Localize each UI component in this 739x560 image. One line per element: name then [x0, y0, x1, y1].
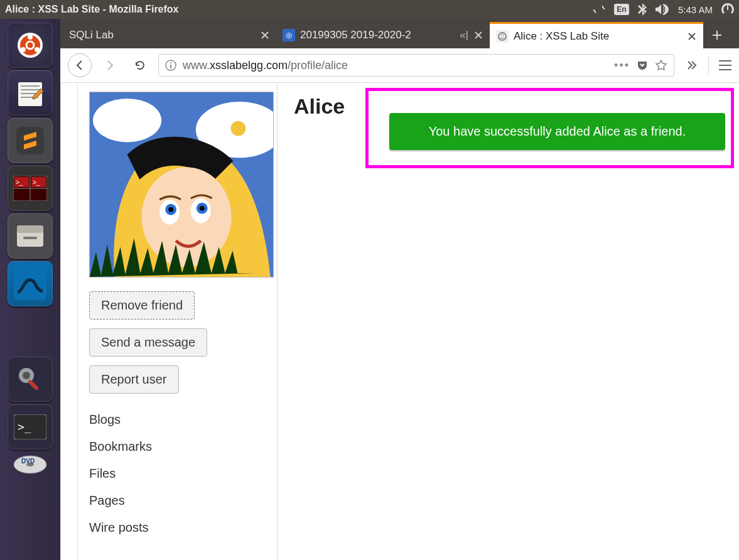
bookmark-star-icon[interactable]: [655, 59, 667, 72]
svg-point-36: [230, 121, 245, 136]
favicon-icon: [496, 30, 509, 43]
launcher-terminal-red[interactable]: >_>_: [8, 166, 53, 211]
status-area: En 5:43 AM: [593, 3, 734, 16]
link-blogs[interactable]: Blogs: [89, 412, 266, 427]
svg-point-31: [170, 62, 171, 63]
svg-rect-7: [16, 127, 44, 154]
profile-nav-links: Blogs Bookmarks Files Pages Wire posts: [89, 412, 266, 535]
profile-main: Alice You have successfully added Alice …: [278, 83, 739, 560]
close-icon[interactable]: [687, 31, 697, 41]
report-user-button[interactable]: Report user: [89, 365, 179, 394]
os-top-bar: Alice : XSS Lab Site - Mozilla Firefox E…: [0, 0, 739, 19]
url-toolbar: www.xsslabelgg.com/profile/alice •••: [60, 48, 739, 83]
reload-button[interactable]: [128, 53, 152, 77]
launcher-disc-media[interactable]: DVD: [8, 452, 53, 477]
network-icon[interactable]: [593, 4, 605, 15]
svg-rect-18: [14, 267, 46, 300]
favicon-icon: ◎: [283, 29, 295, 41]
more-actions-icon[interactable]: •••: [614, 59, 630, 72]
page-viewport: Remove friend Send a message Report user…: [60, 83, 739, 560]
toolbar-overflow-icon[interactable]: [686, 59, 698, 72]
send-message-button[interactable]: Send a message: [89, 328, 207, 357]
bluetooth-icon[interactable]: [638, 3, 647, 16]
new-tab-button[interactable]: [703, 22, 731, 48]
url-input[interactable]: www.xsslabelgg.com/profile/alice •••: [158, 54, 674, 77]
launcher-text-editor[interactable]: [8, 70, 53, 116]
tab-strip: SQLi Lab ◎ 20199305 2019-2020-2 «| Alice…: [60, 19, 739, 48]
svg-point-22: [23, 372, 30, 379]
hamburger-menu-icon[interactable]: [719, 60, 731, 70]
unity-launcher: >_>_ >_ DVD: [0, 19, 60, 560]
back-button[interactable]: [68, 53, 92, 77]
pocket-icon[interactable]: [636, 59, 649, 72]
link-wireposts[interactable]: Wire posts: [89, 520, 266, 535]
svg-text:>_: >_: [18, 420, 31, 433]
svg-text:>_: >_: [33, 179, 40, 186]
launcher-file-manager[interactable]: [8, 213, 53, 259]
keyboard-layout-indicator[interactable]: En: [614, 4, 629, 15]
profile-sidebar: Remove friend Send a message Report user…: [78, 83, 278, 560]
url-text: www.xsslabelgg.com/profile/alice: [183, 59, 348, 72]
success-alert: You have successfully added Alice as a f…: [389, 113, 725, 150]
svg-point-2: [28, 35, 33, 40]
svg-rect-16: [17, 225, 43, 233]
remove-friend-button[interactable]: Remove friend: [89, 291, 195, 320]
svg-rect-23: [28, 379, 39, 390]
svg-rect-17: [23, 237, 37, 239]
svg-text:>_: >_: [16, 179, 23, 186]
svg-point-42: [168, 207, 173, 212]
forward-button[interactable]: [98, 53, 122, 77]
clock[interactable]: 5:43 AM: [678, 4, 713, 15]
tab-doc[interactable]: ◎ 20199305 2019-2020-2 «|: [276, 22, 490, 48]
link-pages[interactable]: Pages: [89, 493, 266, 508]
svg-point-29: [499, 33, 506, 40]
svg-text:DVD: DVD: [21, 458, 35, 465]
tab-sqlilab[interactable]: SQLi Lab: [63, 22, 276, 48]
tab-alice-active[interactable]: Alice : XSS Lab Site: [490, 22, 703, 48]
close-icon[interactable]: [260, 30, 270, 40]
svg-point-3: [21, 47, 26, 52]
link-files[interactable]: Files: [89, 466, 266, 481]
close-icon[interactable]: [473, 30, 483, 40]
launcher-sublime-text[interactable]: [8, 118, 53, 163]
launcher-settings[interactable]: [8, 357, 53, 402]
svg-rect-32: [170, 65, 171, 68]
svg-point-43: [200, 206, 205, 211]
firefox-window: SQLi Lab ◎ 20199305 2019-2020-2 «| Alice…: [60, 19, 739, 560]
window-title: Alice : XSS Lab Site - Mozilla Firefox: [5, 4, 179, 15]
svg-point-4: [35, 47, 40, 52]
link-bookmarks[interactable]: Bookmarks: [89, 439, 266, 454]
svg-point-35: [93, 99, 161, 143]
launcher-ubuntu-dash[interactable]: [8, 23, 53, 68]
power-icon[interactable]: [721, 3, 734, 16]
launcher-terminal[interactable]: >_: [8, 404, 53, 450]
volume-icon[interactable]: [655, 4, 669, 15]
overflow-chevron-icon: «|: [460, 29, 468, 41]
avatar: [89, 92, 274, 277]
info-icon[interactable]: [165, 60, 176, 71]
launcher-wireshark[interactable]: [8, 261, 53, 306]
